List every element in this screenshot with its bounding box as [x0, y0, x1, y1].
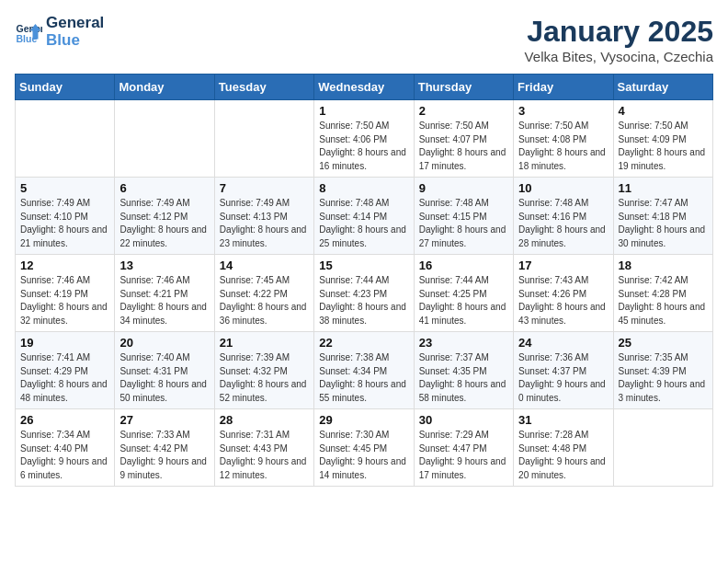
calendar-cell: 25Sunrise: 7:35 AM Sunset: 4:39 PM Dayli…: [613, 332, 712, 409]
calendar-cell: 1Sunrise: 7:50 AM Sunset: 4:06 PM Daylig…: [314, 100, 414, 178]
calendar-cell: 5Sunrise: 7:49 AM Sunset: 4:10 PM Daylig…: [16, 178, 115, 255]
day-info: Sunrise: 7:44 AM Sunset: 4:25 PM Dayligh…: [419, 274, 508, 327]
day-info: Sunrise: 7:48 AM Sunset: 4:16 PM Dayligh…: [518, 197, 608, 250]
day-number: 1: [319, 104, 408, 118]
calendar-week-row: 12Sunrise: 7:46 AM Sunset: 4:19 PM Dayli…: [16, 255, 713, 332]
day-number: 4: [619, 104, 708, 118]
day-info: Sunrise: 7:48 AM Sunset: 4:14 PM Dayligh…: [319, 197, 408, 250]
day-info: Sunrise: 7:46 AM Sunset: 4:19 PM Dayligh…: [20, 274, 109, 327]
day-info: Sunrise: 7:37 AM Sunset: 4:35 PM Dayligh…: [419, 351, 508, 405]
day-number: 30: [419, 413, 508, 427]
day-number: 7: [220, 181, 309, 195]
calendar-cell: 3Sunrise: 7:50 AM Sunset: 4:08 PM Daylig…: [514, 100, 613, 178]
day-info: Sunrise: 7:43 AM Sunset: 4:26 PM Dayligh…: [518, 274, 608, 327]
day-info: Sunrise: 7:46 AM Sunset: 4:21 PM Dayligh…: [119, 274, 209, 327]
day-number: 9: [419, 181, 508, 195]
day-number: 18: [619, 259, 708, 272]
calendar-cell: 22Sunrise: 7:38 AM Sunset: 4:34 PM Dayli…: [314, 332, 414, 409]
calendar-cell: 24Sunrise: 7:36 AM Sunset: 4:37 PM Dayli…: [514, 332, 613, 409]
page-header: General Blue General Blue January 2025 V…: [15, 15, 713, 64]
calendar-cell: [214, 100, 313, 178]
day-info: Sunrise: 7:49 AM Sunset: 4:13 PM Dayligh…: [220, 197, 309, 250]
day-number: 3: [518, 104, 608, 118]
calendar-cell: 11Sunrise: 7:47 AM Sunset: 4:18 PM Dayli…: [613, 178, 712, 255]
day-number: 24: [518, 336, 608, 350]
day-info: Sunrise: 7:42 AM Sunset: 4:28 PM Dayligh…: [619, 274, 708, 327]
day-number: 31: [518, 413, 608, 427]
weekday-header-sunday: Sunday: [16, 75, 115, 100]
day-info: Sunrise: 7:28 AM Sunset: 4:48 PM Dayligh…: [518, 429, 608, 482]
weekday-header-friday: Friday: [514, 75, 613, 100]
calendar-cell: 12Sunrise: 7:46 AM Sunset: 4:19 PM Dayli…: [16, 255, 115, 332]
day-number: 29: [319, 413, 408, 427]
day-info: Sunrise: 7:40 AM Sunset: 4:31 PM Dayligh…: [119, 351, 209, 405]
calendar-cell: 15Sunrise: 7:44 AM Sunset: 4:23 PM Dayli…: [314, 255, 414, 332]
calendar-cell: 16Sunrise: 7:44 AM Sunset: 4:25 PM Dayli…: [414, 255, 513, 332]
calendar-cell: 17Sunrise: 7:43 AM Sunset: 4:26 PM Dayli…: [514, 255, 613, 332]
weekday-header-tuesday: Tuesday: [214, 75, 313, 100]
day-number: 22: [319, 336, 408, 350]
weekday-header-row: SundayMondayTuesdayWednesdayThursdayFrid…: [16, 75, 713, 100]
day-info: Sunrise: 7:34 AM Sunset: 4:40 PM Dayligh…: [20, 429, 109, 482]
day-number: 20: [119, 336, 209, 350]
calendar-week-row: 26Sunrise: 7:34 AM Sunset: 4:40 PM Dayli…: [16, 409, 713, 487]
calendar-cell: 28Sunrise: 7:31 AM Sunset: 4:43 PM Dayli…: [214, 409, 313, 487]
calendar-table: SundayMondayTuesdayWednesdayThursdayFrid…: [15, 74, 713, 487]
calendar-cell: 23Sunrise: 7:37 AM Sunset: 4:35 PM Dayli…: [414, 332, 513, 409]
day-number: 27: [119, 413, 209, 427]
calendar-cell: 4Sunrise: 7:50 AM Sunset: 4:09 PM Daylig…: [613, 100, 712, 178]
calendar-cell: 7Sunrise: 7:49 AM Sunset: 4:13 PM Daylig…: [214, 178, 313, 255]
day-number: 23: [419, 336, 508, 350]
calendar-cell: 2Sunrise: 7:50 AM Sunset: 4:07 PM Daylig…: [414, 100, 513, 178]
calendar-week-row: 19Sunrise: 7:41 AM Sunset: 4:29 PM Dayli…: [16, 332, 713, 409]
calendar-cell: 19Sunrise: 7:41 AM Sunset: 4:29 PM Dayli…: [16, 332, 115, 409]
logo-icon: General Blue: [15, 18, 42, 46]
weekday-header-saturday: Saturday: [613, 75, 712, 100]
day-number: 28: [220, 413, 309, 427]
month-title: January 2025: [525, 15, 713, 49]
day-info: Sunrise: 7:50 AM Sunset: 4:08 PM Dayligh…: [518, 120, 608, 173]
day-info: Sunrise: 7:49 AM Sunset: 4:10 PM Dayligh…: [20, 197, 109, 250]
day-number: 8: [319, 181, 408, 195]
day-number: 17: [518, 259, 608, 272]
calendar-cell: 6Sunrise: 7:49 AM Sunset: 4:12 PM Daylig…: [115, 178, 214, 255]
day-number: 14: [220, 259, 309, 272]
calendar-cell: 21Sunrise: 7:39 AM Sunset: 4:32 PM Dayli…: [214, 332, 313, 409]
calendar-cell: [16, 100, 115, 178]
calendar-cell: 13Sunrise: 7:46 AM Sunset: 4:21 PM Dayli…: [115, 255, 214, 332]
calendar-cell: 30Sunrise: 7:29 AM Sunset: 4:47 PM Dayli…: [414, 409, 513, 487]
day-number: 13: [119, 259, 209, 272]
calendar-cell: [613, 409, 712, 487]
weekday-header-wednesday: Wednesday: [314, 75, 414, 100]
day-number: 26: [20, 413, 109, 427]
calendar-week-row: 5Sunrise: 7:49 AM Sunset: 4:10 PM Daylig…: [16, 178, 713, 255]
calendar-cell: 27Sunrise: 7:33 AM Sunset: 4:42 PM Dayli…: [115, 409, 214, 487]
day-number: 11: [619, 181, 708, 195]
day-info: Sunrise: 7:30 AM Sunset: 4:45 PM Dayligh…: [319, 429, 408, 482]
calendar-week-row: 1Sunrise: 7:50 AM Sunset: 4:06 PM Daylig…: [16, 100, 713, 178]
calendar-cell: 8Sunrise: 7:48 AM Sunset: 4:14 PM Daylig…: [314, 178, 414, 255]
day-number: 10: [518, 181, 608, 195]
calendar-cell: 9Sunrise: 7:48 AM Sunset: 4:15 PM Daylig…: [414, 178, 513, 255]
day-number: 2: [419, 104, 508, 118]
day-info: Sunrise: 7:44 AM Sunset: 4:23 PM Dayligh…: [319, 274, 408, 327]
calendar-cell: [115, 100, 214, 178]
day-number: 15: [319, 259, 408, 272]
calendar-cell: 20Sunrise: 7:40 AM Sunset: 4:31 PM Dayli…: [115, 332, 214, 409]
day-number: 25: [619, 336, 708, 350]
day-info: Sunrise: 7:50 AM Sunset: 4:09 PM Dayligh…: [619, 120, 708, 173]
day-info: Sunrise: 7:48 AM Sunset: 4:15 PM Dayligh…: [419, 197, 508, 250]
logo-general-text: General: [46, 15, 104, 32]
weekday-header-thursday: Thursday: [414, 75, 513, 100]
day-number: 16: [419, 259, 508, 272]
day-number: 12: [20, 259, 109, 272]
day-info: Sunrise: 7:47 AM Sunset: 4:18 PM Dayligh…: [619, 197, 708, 250]
location-subtitle: Velka Bites, Vysocina, Czechia: [525, 49, 713, 64]
weekday-header-monday: Monday: [115, 75, 214, 100]
day-info: Sunrise: 7:38 AM Sunset: 4:34 PM Dayligh…: [319, 351, 408, 405]
calendar-cell: 31Sunrise: 7:28 AM Sunset: 4:48 PM Dayli…: [514, 409, 613, 487]
title-block: January 2025 Velka Bites, Vysocina, Czec…: [525, 15, 713, 64]
day-info: Sunrise: 7:45 AM Sunset: 4:22 PM Dayligh…: [220, 274, 309, 327]
logo-blue-text: Blue: [46, 32, 104, 50]
calendar-cell: 26Sunrise: 7:34 AM Sunset: 4:40 PM Dayli…: [16, 409, 115, 487]
